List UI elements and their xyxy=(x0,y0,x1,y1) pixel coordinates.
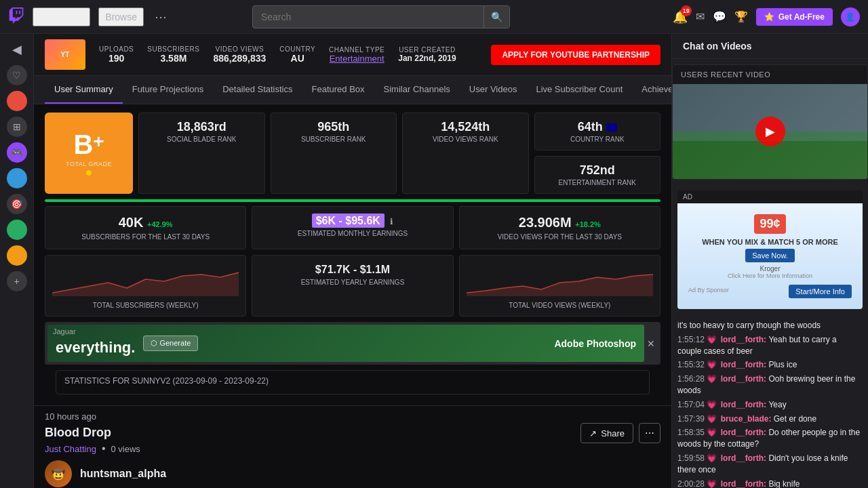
nav-following[interactable]: Following xyxy=(33,7,90,26)
play-video-button[interactable]: ▶ xyxy=(755,117,785,146)
tab-user-videos[interactable]: User Videos xyxy=(460,76,527,104)
yearly-label: ESTIMATED YEARLY EARNINGS xyxy=(260,279,444,286)
grade-grid: B + TOTAL GRADE 18,863rd SOCIAL BLADE RA… xyxy=(45,113,660,194)
recent-video-section: USERS RECENT VIDEO ▶ xyxy=(672,64,868,180)
video-views-weekly-label: TOTAL VIDEO VIEWS (WEEKLY) xyxy=(467,302,653,309)
sidebar-avatar-4[interactable] xyxy=(7,245,27,266)
nav-more-options[interactable]: ⋯ xyxy=(155,9,167,24)
share-button[interactable]: ↗ Share xyxy=(580,423,633,443)
sidebar-avatar-1[interactable] xyxy=(7,91,27,111)
top-navigation: Following Browse ⋯ 🔍 🔔 19 ✉ 💬 🏆 ⭐ Get Ad… xyxy=(0,0,868,34)
tab-featured-box[interactable]: Featured Box xyxy=(302,76,374,104)
tab-live-subscriber-count[interactable]: Live Subscriber Count xyxy=(526,76,632,104)
metrics-row: 40K +42.9% SUBSCRIBERS FOR THE LAST 30 D… xyxy=(45,206,660,249)
chat-message-2: 1:55:32 💗 lord__forth: Plus ice xyxy=(677,359,863,371)
username-lg: huntsman_alpha xyxy=(80,468,166,480)
subscribers-30-days: 40K +42.9% SUBSCRIBERS FOR THE LAST 30 D… xyxy=(45,206,246,249)
subscriber-rank-card: 965th SUBSCRIBER RANK xyxy=(271,113,397,194)
tab-similar-channels[interactable]: Similar Channels xyxy=(374,76,460,104)
metric-label-1: SUBSCRIBERS FOR THE LAST 30 DAYS xyxy=(54,233,237,241)
bottom-user-section: 🤠 huntsman_alpha xyxy=(34,455,671,488)
video-views-stat: VIDEO VIEWS 886,289,833 xyxy=(213,45,266,64)
metric-label-2: ESTIMATED MONTHLY EARNINGS xyxy=(260,230,444,237)
rank-value-1: 18,863rd xyxy=(146,120,258,134)
rank-value-5: 752nd xyxy=(542,163,654,178)
chat-icon[interactable]: 💬 xyxy=(713,10,726,23)
progress-bar xyxy=(45,199,660,202)
main-layout: ◀ ♡ ⊞ 🎮 🎯 + YT UPLOADS 190 SUBSCRIBERS 3… xyxy=(0,34,868,488)
chat-message-4: 1:57:04 💗 lord__forth: Yeay xyxy=(677,399,863,411)
country-stat: COUNTRY AU xyxy=(279,45,315,64)
rank-label-4: COUNTRY RANK xyxy=(542,136,654,143)
tab-user-summary[interactable]: User Summary xyxy=(45,76,123,104)
notifications-button[interactable]: 🔔 19 xyxy=(673,9,688,24)
tab-achievements[interactable]: Achievements xyxy=(632,76,671,104)
trophy-icon[interactable]: 🏆 xyxy=(734,10,748,23)
stats-tabs: User Summary Future Projections Detailed… xyxy=(34,76,671,104)
search-input[interactable] xyxy=(253,7,484,26)
right-sidebar-chat: Chat on Videos USERS RECENT VIDEO ▶ AD 9… xyxy=(671,34,868,488)
video-views-rank-card: 14,524th VIDEO VIEWS RANK xyxy=(402,113,529,194)
sidebar-esports-icon[interactable]: 🎯 xyxy=(7,194,27,214)
ad-tag: Jaguar xyxy=(53,327,76,336)
ad-generate-button[interactable]: ⬡ Generate xyxy=(143,336,198,351)
nav-browse[interactable]: Browse xyxy=(98,7,144,26)
mail-icon[interactable]: ✉ xyxy=(696,10,705,23)
chat-header: Chat on Videos xyxy=(672,34,868,59)
rank-label-5: ENTERTAINMENT RANK xyxy=(542,179,654,186)
sidebar-avatar-3[interactable] xyxy=(7,220,27,240)
get-ad-free-button[interactable]: ⭐ Get Ad-Free xyxy=(756,8,833,26)
subscribers-weekly-label: TOTAL SUBSCRIBERS (WEEKLY) xyxy=(52,302,239,309)
yearly-value: $71.7K - $1.1M xyxy=(260,264,444,276)
ad-close-button[interactable]: ✕ xyxy=(644,336,658,352)
nav-right-controls: 🔔 19 ✉ 💬 🏆 ⭐ Get Ad-Free 👤 xyxy=(673,7,860,26)
back-button[interactable]: ◀ xyxy=(9,39,24,60)
kroger-save-button[interactable]: Save Now. xyxy=(745,249,795,262)
metric-value-3: 23.906M +18.2% xyxy=(468,215,652,230)
chat-message-5: 1:57:39 💗 bruce_blade: Get er done xyxy=(677,413,863,425)
chat-message-0: it's too heavy to carry though the woods xyxy=(677,320,863,331)
earnings-info-icon: ℹ xyxy=(390,217,393,226)
sidebar-avatar-2[interactable] xyxy=(7,168,27,188)
country-flag xyxy=(606,123,617,131)
stats-period-overlay: STATISTICS FOR SUNNYV2 (2023-09-09 - 202… xyxy=(56,370,650,394)
stream-meta: Just Chatting • 0 views xyxy=(45,443,140,455)
channel-thumbnail: YT xyxy=(45,39,85,70)
recent-video-thumbnail[interactable]: ▶ xyxy=(673,84,867,179)
tab-detailed-statistics[interactable]: Detailed Statistics xyxy=(213,76,302,104)
ad-label: AD xyxy=(677,190,863,203)
kroger-ad-content: 99¢ WHEN YOU MIX & MATCH 5 OR MORE Save … xyxy=(677,203,863,309)
more-options-button[interactable]: ⋯ xyxy=(639,423,660,443)
metric-label-3: VIDEO VIEWS FOR THE LAST 30 DAYS xyxy=(468,233,652,241)
grade-indicator xyxy=(86,170,92,176)
search-submit-button[interactable]: 🔍 xyxy=(484,6,509,28)
start-more-info-button[interactable]: Start/More Info xyxy=(789,285,852,298)
recent-video-header: USERS RECENT VIDEO xyxy=(673,65,867,84)
chat-message-6: 1:58:35 💗 lord__forth: Do other people g… xyxy=(677,427,863,450)
user-avatar[interactable]: 👤 xyxy=(841,7,860,26)
country-rank-card: 64th COUNTRY RANK xyxy=(534,113,661,150)
grade-plus: + xyxy=(93,131,104,152)
ad-tagline: WHEN YOU MIX & MATCH 5 OR MORE xyxy=(688,238,852,246)
twitch-logo[interactable] xyxy=(8,7,24,26)
sidebar-active-icon[interactable]: 🎮 xyxy=(7,142,27,163)
chat-message-3: 1:56:28 💗 lord__forth: Ooh brewing beer … xyxy=(677,373,863,396)
metric-value-2: $6K - $95.6K xyxy=(312,214,384,228)
stream-section: 10 hours ago Blood Drop Just Chatting • … xyxy=(34,405,671,455)
stream-views: 0 views xyxy=(111,444,140,454)
monthly-earnings: $6K - $95.6K ℹ ESTIMATED MONTHLY EARNING… xyxy=(252,206,453,249)
sidebar-plus-icon[interactable]: + xyxy=(7,271,27,291)
sidebar-heart-icon[interactable]: ♡ xyxy=(7,65,27,85)
stream-time: 10 hours ago xyxy=(45,411,140,422)
play-icon: ▶ xyxy=(766,124,775,139)
stream-category[interactable]: Just Chatting xyxy=(45,444,96,454)
chat-message-8: 2:00:28 💗 lord__forth: Big knife xyxy=(677,479,863,488)
tab-future-projections[interactable]: Future Projections xyxy=(123,76,214,104)
user-avatar-lg[interactable]: 🤠 xyxy=(45,460,72,487)
rank-value-3: 14,524th xyxy=(410,120,521,134)
apply-partnership-button[interactable]: APPLY FOR YOUTUBE PARTNERSHIP xyxy=(491,45,660,65)
main-content: YT UPLOADS 190 SUBSCRIBERS 3.58M VIDEO V… xyxy=(34,34,671,488)
channel-type-stat: CHANNEL TYPE Entertainment xyxy=(329,46,384,64)
total-grade-box: B + TOTAL GRADE xyxy=(45,113,133,194)
sidebar-browse-icon[interactable]: ⊞ xyxy=(7,117,27,137)
